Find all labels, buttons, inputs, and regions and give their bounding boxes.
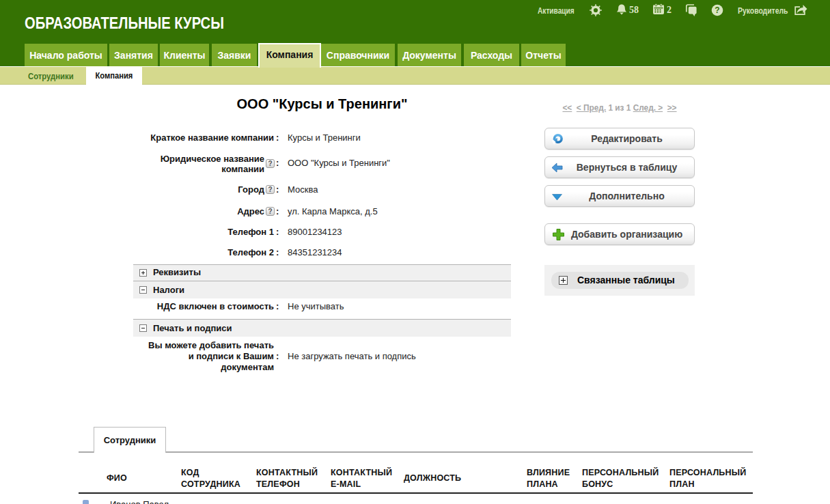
svg-text:?: ? (715, 5, 719, 15)
